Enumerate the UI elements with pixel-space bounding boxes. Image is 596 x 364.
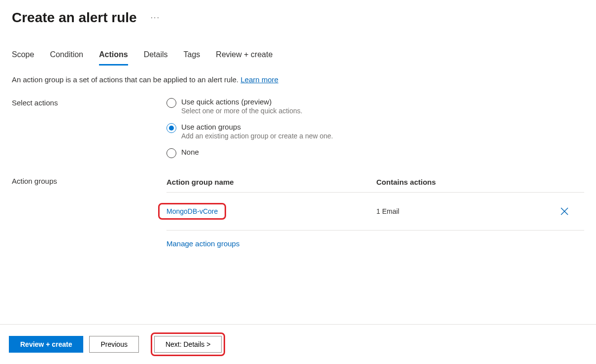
radio-title: Use quick actions (preview) [181, 98, 302, 106]
radio-icon [166, 148, 176, 158]
tab-actions[interactable]: Actions [99, 50, 128, 66]
action-group-name-cell: MongoDB-vCore [166, 203, 376, 220]
page-header: Create an alert rule ··· [0, 0, 596, 31]
select-actions-row: Select actions Use quick actions (previe… [12, 98, 584, 166]
radio-title: Use action groups [181, 123, 333, 131]
tab-tags[interactable]: Tags [184, 50, 200, 66]
action-groups-table: Action group name Contains actions Mongo… [166, 175, 584, 248]
highlight-annotation: Next: Details > [151, 332, 225, 356]
radio-subtitle: Select one or more of the quick actions. [181, 107, 302, 115]
tab-details[interactable]: Details [144, 50, 168, 66]
manage-action-groups-link[interactable]: Manage action groups [166, 239, 239, 248]
review-create-button[interactable]: Review + create [9, 336, 83, 353]
page-title: Create an alert rule [12, 10, 137, 26]
tab-scope[interactable]: Scope [12, 50, 34, 66]
action-group-link[interactable]: MongoDB-vCore [166, 207, 218, 215]
radio-quick-actions[interactable]: Use quick actions (preview) Select one o… [166, 98, 584, 115]
tab-bar: Scope Condition Actions Details Tags Rev… [0, 31, 596, 66]
remove-button[interactable] [560, 197, 584, 226]
radio-subtitle: Add an existing action group or create a… [181, 132, 333, 140]
table-row: MongoDB-vCore 1 Email [166, 193, 584, 231]
col-header-name: Action group name [166, 178, 376, 186]
intro-text-body: An action group is a set of actions that… [12, 75, 240, 84]
tab-review-create[interactable]: Review + create [216, 50, 272, 66]
close-icon [560, 206, 569, 216]
radio-text: Use quick actions (preview) Select one o… [181, 98, 302, 115]
select-actions-options: Use quick actions (preview) Select one o… [166, 98, 584, 166]
radio-icon [166, 98, 176, 108]
intro-text: An action group is a set of actions that… [12, 75, 584, 84]
previous-button[interactable]: Previous [89, 336, 138, 353]
action-groups-label: Action groups [12, 176, 166, 185]
action-group-contains-cell: 1 Email [376, 207, 560, 215]
radio-title: None [181, 148, 199, 156]
col-header-remove [560, 178, 584, 186]
action-groups-header: Action group name Contains actions [166, 175, 584, 193]
next-button[interactable]: Next: Details > [154, 336, 222, 353]
radio-text: Use action groups Add an existing action… [181, 123, 333, 140]
footer-bar: Review + create Previous Next: Details > [0, 324, 596, 364]
select-actions-label: Select actions [12, 98, 166, 107]
radio-action-groups[interactable]: Use action groups Add an existing action… [166, 123, 584, 140]
more-actions-button[interactable]: ··· [149, 11, 162, 24]
tab-condition[interactable]: Condition [50, 50, 83, 66]
radio-none[interactable]: None [166, 148, 584, 158]
col-header-contains: Contains actions [376, 178, 560, 186]
highlight-annotation: MongoDB-vCore [158, 203, 226, 220]
learn-more-link[interactable]: Learn more [240, 75, 278, 84]
radio-icon [166, 123, 176, 133]
tab-content: An action group is a set of actions that… [0, 66, 596, 267]
action-groups-row: Action groups Action group name Contains… [12, 176, 584, 248]
radio-text: None [181, 148, 199, 156]
action-group-remove-cell [560, 199, 584, 224]
